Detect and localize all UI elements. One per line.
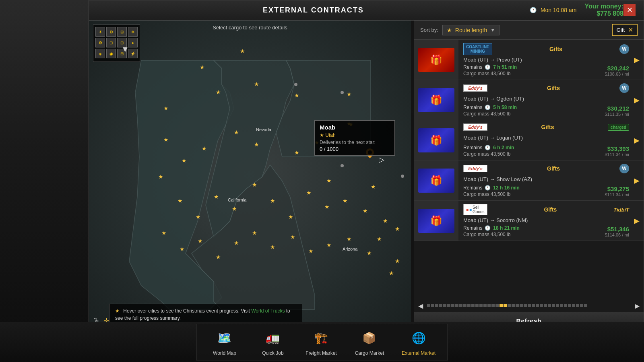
map-area[interactable]: ★★★★★★★★★★★★★★★★★★★★★★★★★★★★★★★★★★★★★★★★…: [89, 21, 411, 329]
scroll-dot: [495, 304, 499, 307]
contract-arrow-2: ▶: [634, 80, 644, 120]
star-info-icon: ★: [115, 308, 120, 314]
bottom-nav: 🗺️ World Map 🚛 Quick Job 🏗️ Freight Mark…: [0, 322, 644, 362]
title-bar: EXTERNAL CONTRACTS 🕐 Mon 10:08 am Your m…: [89, 0, 644, 21]
time-icon-2: 🕐: [485, 105, 491, 110]
map-icon-8[interactable]: ⚡: [128, 49, 138, 58]
contract-details-4: Eddy's Gifts W Moab (UT) → Show Low (AZ)…: [458, 160, 634, 200]
contract-details-3: Eddy's Gifts charged Moab (UT) → Logan (…: [458, 120, 634, 160]
nav-label-external-market: External Market: [402, 350, 436, 356]
scroll-dot: [584, 304, 587, 307]
nav-item-external-market[interactable]: 🌐 External Market: [402, 328, 436, 356]
contract-item-3[interactable]: Eddy's Gifts charged Moab (UT) → Logan (…: [414, 120, 644, 160]
map-icon-4[interactable]: ♦: [128, 38, 138, 47]
contract-price-4: $39,275 $111.34 / mi: [605, 185, 629, 197]
contract-price-5: $51,346 $114.06 / mi: [605, 226, 629, 237]
eddys-logo-3: Eddy's: [463, 123, 487, 131]
sellgoods-logo: ■■ SellGoods: [463, 204, 487, 215]
price-value-1: $20,242: [605, 65, 629, 72]
contract-item-5[interactable]: ■■ SellGoods Gifts TidbiT Moab (UT) → So…: [414, 201, 644, 241]
scroll-dot: [544, 304, 547, 307]
contract-item-2[interactable]: Eddy's Gifts W Moab (UT) → Ogden (UT) Re…: [414, 80, 644, 120]
map-controls-panel[interactable]: ☀ ⚙ ⊞ ❄ ⚙ ⊡ ⊟ ♦ ◈ ◉ ⊞ ⚡: [93, 25, 140, 62]
scroll-dot: [451, 304, 454, 307]
route-dot: [294, 83, 297, 86]
contract-item[interactable]: COASTLINEMINING Gifts W Moab (UT) → Prov…: [414, 40, 644, 80]
external-contracts-dialog: EXTERNAL CONTRACTS 🕐 Mon 10:08 am Your m…: [89, 0, 644, 330]
cargo-image-1: [418, 48, 454, 72]
contract-details-1: COASTLINEMINING Gifts W Moab (UT) → Prov…: [458, 40, 634, 80]
contract-remains-1: Remains 🕐 7 h 51 min: [463, 64, 517, 70]
map-icon-1[interactable]: ⚙: [95, 38, 105, 47]
remains-label-3: Remains: [463, 145, 482, 150]
contract-remains-5: Remains 🕐 18 h 21 min: [463, 225, 520, 231]
scroll-bar[interactable]: ◀: [414, 300, 644, 312]
map-icon-grid[interactable]: ⊞: [117, 27, 127, 37]
price-value-3: $33,393: [605, 145, 629, 152]
map-select-text: Select cargo to see route details: [213, 25, 287, 31]
sort-label: Sort by:: [420, 27, 438, 33]
contract-arrow-3: ▶: [634, 120, 644, 160]
nav-label-freight-market: Freight Market: [305, 350, 336, 356]
map-icon-5[interactable]: ◈: [95, 49, 105, 58]
contract-route-2: Moab (UT) → Ogden (UT): [463, 96, 629, 102]
nav-container: 🗺️ World Map 🚛 Quick Job 🏗️ Freight Mark…: [196, 324, 448, 360]
scroll-dot: [548, 304, 551, 307]
map-icon-2[interactable]: ⊡: [106, 38, 116, 47]
time-value-2: 5 h 58 min: [493, 105, 517, 110]
filter-clear-button[interactable]: ✕: [628, 26, 633, 34]
map-icons-row-2: ⚙ ⊡ ⊟ ♦: [95, 38, 138, 47]
contract-thumbnail-3: [414, 120, 458, 160]
time-icon-1: 🕐: [485, 64, 491, 70]
filter-value: Gift: [617, 27, 625, 33]
contract-info-3: Remains 🕐 6 h 2 min Cargo mass 43,500 lb: [463, 145, 514, 157]
contract-list[interactable]: COASTLINEMINING Gifts W Moab (UT) → Prov…: [414, 40, 644, 300]
nav-item-quick-job[interactable]: 🚛 Quick Job: [257, 328, 289, 356]
scroll-dot: [427, 304, 430, 307]
contract-info-2: Remains 🕐 5 h 58 min Cargo mass 43,500 l…: [463, 105, 517, 117]
scroll-dot: [520, 304, 523, 307]
contract-footer-3: Remains 🕐 6 h 2 min Cargo mass 43,500 lb…: [463, 145, 629, 157]
scroll-dot: [487, 304, 491, 307]
external-market-icon: 🌐: [409, 328, 429, 348]
contract-info-4: Remains 🕐 12 h 16 min Cargo mass 43,500 …: [463, 185, 520, 197]
scroll-dot: [536, 304, 539, 307]
map-icon-snowflake[interactable]: ❄: [128, 27, 138, 37]
scroll-dot: [568, 304, 571, 307]
contract-item-4[interactable]: Eddy's Gifts W Moab (UT) → Show Low (AZ)…: [414, 160, 644, 201]
tooltip-star: ★ Utah: [320, 132, 390, 138]
scroll-dots: [426, 304, 632, 307]
nav-label-world-map: World Map: [213, 350, 236, 356]
scroll-dot: [435, 304, 438, 307]
money-label: Your money:: [584, 3, 623, 10]
remains-label-2: Remains: [463, 105, 482, 110]
nav-item-freight-market[interactable]: 🏗️ Freight Market: [305, 328, 337, 356]
scroll-right-arrow[interactable]: ▶: [633, 301, 642, 311]
map-icon-gear[interactable]: ⚙: [106, 27, 116, 37]
scroll-dot: [580, 304, 583, 307]
info-link[interactable]: World of Trucks: [251, 308, 285, 314]
remains-label-5: Remains: [463, 225, 482, 231]
nav-item-cargo-market[interactable]: 📦 Cargo Market: [353, 328, 386, 356]
remains-label-4: Remains: [463, 185, 482, 191]
scroll-dot: [455, 304, 458, 307]
nav-item-world-map[interactable]: 🗺️ World Map: [208, 328, 241, 356]
map-icon-6[interactable]: ◉: [106, 49, 116, 58]
time-icon-4: 🕐: [485, 185, 491, 191]
eddys-logo-2: Eddy's: [463, 84, 487, 92]
remains-label-1: Remains: [463, 64, 482, 70]
sort-dropdown[interactable]: ★ Route length ▼: [442, 25, 500, 35]
map-icon-sun[interactable]: ☀: [95, 27, 105, 37]
scroll-dot: [556, 304, 559, 307]
cargo-image-2: [418, 88, 454, 112]
filter-input[interactable]: Gift ✕: [612, 24, 638, 36]
close-button[interactable]: ✕: [623, 4, 636, 16]
contract-footer-5: Remains 🕐 18 h 21 min Cargo mass 43,500 …: [463, 225, 629, 237]
scroll-dot: [508, 304, 511, 307]
contract-price-1: $20,242 $108.63 / mi: [605, 65, 629, 76]
coastline-logo: COASTLINEMINING: [463, 43, 492, 55]
map-chevron[interactable]: ▼: [121, 45, 129, 54]
contract-remains-4: Remains 🕐 12 h 16 min: [463, 185, 520, 191]
scroll-left-arrow[interactable]: ◀: [416, 301, 425, 311]
sort-value: Route length: [455, 27, 487, 33]
